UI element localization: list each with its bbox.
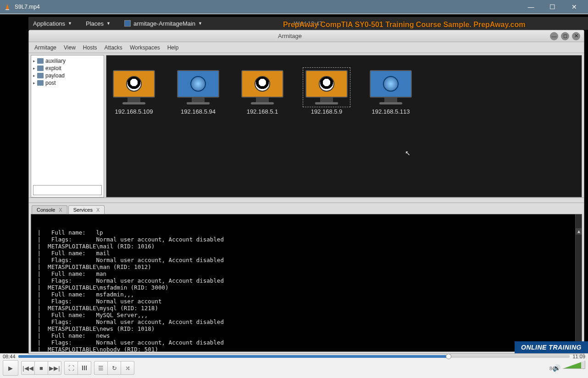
online-training-badge: ONLINE TRAINING — [515, 341, 588, 353]
disclosure-icon: ▸ — [33, 73, 35, 78]
monitor-icon — [241, 70, 283, 98]
folder-icon — [37, 66, 44, 71]
menu-workspaces[interactable]: Workspaces — [127, 44, 163, 52]
vlc-title: S9L7.mp4 — [15, 4, 521, 10]
minimize-button[interactable]: — — [521, 0, 541, 14]
fullscreen-button[interactable]: ⛶ — [64, 361, 78, 375]
console-output[interactable]: | Full name: lp | Flags: Normal user acc… — [31, 214, 582, 352]
volume-control[interactable]: 🔊 84% — [553, 361, 585, 375]
module-search-input[interactable] — [33, 185, 102, 195]
console-scrollbar[interactable]: ▲ ▼ — [575, 214, 582, 351]
host-ip-label: 192.168.5.1 — [239, 108, 285, 115]
windows-icon — [383, 76, 399, 92]
host-ip-label: 192.168.5.109 — [111, 108, 157, 115]
vlc-controls: ▶ |◀◀ ■ ▶▶| ⛶ ☰ ↻ ⤭ 🔊 84% — [0, 359, 588, 377]
hosts-panel[interactable]: 192.168.5.109192.168.5.94192.168.5.1192.… — [106, 55, 582, 197]
seek-slider[interactable] — [18, 355, 570, 358]
svg-marker-0 — [6, 4, 9, 9]
armitage-titlebar[interactable]: Armitage — ◻ ✕ — [29, 30, 584, 42]
playlist-button[interactable]: ☰ — [94, 361, 108, 375]
console-tabs: ConsoleXServicesX — [29, 203, 584, 214]
previous-button[interactable]: |◀◀ — [21, 361, 35, 375]
windows-icon — [190, 76, 206, 92]
chevron-down-icon: ▼ — [106, 21, 111, 26]
tree-label: post — [45, 80, 56, 86]
split-divider[interactable] — [29, 197, 584, 203]
scroll-up-icon[interactable]: ▲ — [576, 228, 582, 235]
svg-rect-4 — [86, 366, 87, 370]
time-total: 11:09 — [572, 354, 585, 359]
linux-icon — [126, 76, 142, 92]
places-menu[interactable]: Places ▼ — [86, 20, 111, 27]
svg-rect-3 — [84, 366, 85, 370]
tab-services[interactable]: ServicesX — [68, 205, 105, 214]
folder-icon — [37, 58, 44, 64]
seek-thumb[interactable] — [446, 354, 451, 359]
tab-label: Console — [37, 207, 55, 213]
menu-help[interactable]: Help — [165, 44, 182, 52]
time-current: 08:44 — [3, 354, 16, 359]
menu-armitage[interactable]: Armitage — [32, 44, 59, 52]
window-close-icon[interactable]: ✕ — [572, 32, 580, 40]
tree-item-exploit[interactable]: ▸exploit — [33, 65, 102, 72]
chevron-down-icon: ▼ — [198, 21, 202, 26]
disclosure-icon: ▸ — [33, 66, 35, 71]
host-ip-label: 192.168.5.113 — [368, 108, 414, 115]
app-icon — [124, 20, 131, 27]
play-button[interactable]: ▶ — [3, 360, 18, 376]
menu-hosts[interactable]: Hosts — [80, 44, 100, 52]
monitor-icon — [177, 70, 219, 98]
volume-slider[interactable] — [562, 361, 585, 369]
host-192-168-5-1[interactable]: 192.168.5.1 — [239, 69, 285, 115]
folder-icon — [37, 80, 44, 86]
tree-item-payload[interactable]: ▸payload — [33, 72, 102, 79]
monitor-icon — [305, 70, 348, 98]
menu-view[interactable]: View — [61, 44, 78, 52]
host-192-168-5-109[interactable]: 192.168.5.109 — [111, 69, 157, 115]
vlc-titlebar: S9L7.mp4 — ☐ ✕ — [0, 0, 588, 14]
places-label: Places — [86, 20, 104, 27]
volume-percent: 84% — [549, 366, 559, 371]
folder-icon — [37, 73, 44, 78]
shuffle-button[interactable]: ⤭ — [121, 361, 134, 375]
svg-rect-1 — [6, 9, 9, 10]
host-ip-label: 192.168.5.94 — [175, 108, 221, 115]
extended-settings-button[interactable] — [78, 361, 91, 375]
armitage-window: Armitage — ◻ ✕ ArmitageViewHostsAttacksW… — [28, 30, 584, 354]
monitor-icon — [370, 70, 412, 98]
module-tree[interactable]: ▸auxiliary▸exploit▸payload▸post — [31, 55, 104, 197]
tree-label: exploit — [45, 65, 61, 71]
close-icon[interactable]: X — [96, 207, 100, 213]
host-192-168-5-113[interactable]: 192.168.5.113 — [368, 69, 414, 115]
monitor-icon — [113, 70, 155, 98]
vlc-icon — [4, 3, 11, 11]
tree-item-auxiliary[interactable]: ▸auxiliary — [33, 57, 102, 65]
host-192-168-5-94[interactable]: 192.168.5.94 — [175, 69, 221, 115]
close-button[interactable]: ✕ — [564, 0, 584, 14]
host-192-168-5-9[interactable]: 192.168.5.9 — [304, 69, 349, 115]
svg-rect-2 — [82, 366, 83, 370]
loop-button[interactable]: ↻ — [107, 361, 121, 375]
tree-item-post[interactable]: ▸post — [33, 79, 102, 87]
applications-menu[interactable]: Applications ▼ — [33, 20, 72, 27]
taskbar-app[interactable]: armitage-ArmitageMain ▼ — [124, 20, 202, 27]
window-minimize-icon[interactable]: — — [550, 32, 558, 40]
next-button[interactable]: ▶▶| — [48, 361, 61, 375]
close-icon[interactable]: X — [59, 207, 62, 213]
armitage-menubar: ArmitageViewHostsAttacksWorkspacesHelp — [29, 42, 584, 53]
armitage-title: Armitage — [33, 33, 547, 39]
tab-console[interactable]: ConsoleX — [32, 205, 67, 214]
menu-attacks[interactable]: Attacks — [102, 44, 125, 52]
host-ip-label: 192.168.5.9 — [304, 108, 349, 115]
linux-icon — [255, 76, 270, 92]
maximize-button[interactable]: ☐ — [542, 0, 563, 14]
applications-label: Applications — [33, 20, 65, 27]
tree-label: payload — [45, 72, 65, 79]
vlc-seekbar-row: 08:44 11:09 — [0, 354, 588, 359]
window-maximize-icon[interactable]: ◻ — [561, 32, 569, 40]
linux-icon — [319, 76, 334, 92]
tree-label: auxiliary — [45, 58, 66, 64]
watermark-text: PrepAway CompTIA SY0-501 Training Course… — [283, 21, 525, 29]
disclosure-icon: ▸ — [33, 59, 35, 63]
stop-button[interactable]: ■ — [34, 361, 48, 375]
